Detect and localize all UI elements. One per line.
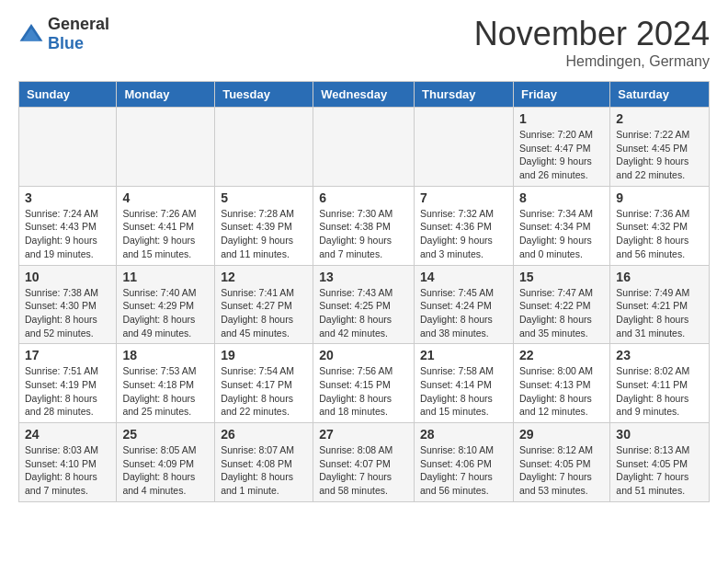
day-number: 9 (616, 190, 703, 205)
logo: General Blue (18, 15, 109, 53)
day-cell: 25Sunrise: 8:05 AM Sunset: 4:09 PM Dayli… (117, 423, 215, 502)
day-cell: 19Sunrise: 7:54 AM Sunset: 4:17 PM Dayli… (215, 344, 313, 423)
day-info: Sunrise: 7:38 AM Sunset: 4:30 PM Dayligh… (25, 286, 110, 340)
day-cell: 18Sunrise: 7:53 AM Sunset: 4:18 PM Dayli… (117, 344, 215, 423)
col-friday: Friday (513, 82, 609, 108)
day-info: Sunrise: 7:36 AM Sunset: 4:32 PM Dayligh… (616, 207, 703, 261)
header: General Blue November 2024 Hemdingen, Ge… (18, 15, 710, 70)
day-cell: 29Sunrise: 8:12 AM Sunset: 4:05 PM Dayli… (513, 423, 609, 502)
day-cell: 6Sunrise: 7:30 AM Sunset: 4:38 PM Daylig… (313, 186, 415, 265)
day-cell: 2Sunrise: 7:22 AM Sunset: 4:45 PM Daylig… (610, 108, 710, 187)
day-number: 24 (25, 427, 110, 442)
day-number: 4 (122, 190, 209, 205)
day-info: Sunrise: 7:56 AM Sunset: 4:15 PM Dayligh… (319, 364, 408, 419)
day-cell: 16Sunrise: 7:49 AM Sunset: 4:21 PM Dayli… (610, 265, 710, 344)
day-number: 27 (319, 427, 408, 442)
day-cell: 23Sunrise: 8:02 AM Sunset: 4:11 PM Dayli… (610, 344, 710, 423)
day-number: 21 (420, 348, 507, 362)
day-info: Sunrise: 7:49 AM Sunset: 4:21 PM Dayligh… (616, 286, 703, 340)
day-number: 23 (616, 348, 703, 362)
day-number: 19 (221, 348, 307, 362)
day-cell: 10Sunrise: 7:38 AM Sunset: 4:30 PM Dayli… (19, 265, 117, 344)
day-info: Sunrise: 7:41 AM Sunset: 4:27 PM Dayligh… (221, 286, 307, 340)
day-number: 2 (616, 111, 703, 126)
day-number: 26 (221, 427, 307, 442)
day-cell: 5Sunrise: 7:28 AM Sunset: 4:39 PM Daylig… (215, 186, 313, 265)
day-number: 12 (221, 270, 307, 284)
day-info: Sunrise: 7:40 AM Sunset: 4:29 PM Dayligh… (122, 286, 209, 340)
day-info: Sunrise: 8:05 AM Sunset: 4:09 PM Dayligh… (122, 443, 209, 498)
day-cell: 13Sunrise: 7:43 AM Sunset: 4:25 PM Dayli… (313, 265, 415, 344)
day-number: 15 (519, 270, 604, 284)
day-cell: 26Sunrise: 8:07 AM Sunset: 4:08 PM Dayli… (215, 423, 313, 502)
day-cell: 20Sunrise: 7:56 AM Sunset: 4:15 PM Dayli… (313, 344, 415, 423)
day-number: 13 (319, 270, 408, 284)
day-info: Sunrise: 7:22 AM Sunset: 4:45 PM Dayligh… (616, 128, 703, 182)
logo-icon (18, 21, 44, 47)
day-cell: 27Sunrise: 8:08 AM Sunset: 4:07 PM Dayli… (313, 423, 415, 502)
day-cell: 1Sunrise: 7:20 AM Sunset: 4:47 PM Daylig… (513, 108, 609, 187)
day-info: Sunrise: 7:43 AM Sunset: 4:25 PM Dayligh… (319, 286, 408, 340)
day-cell: 24Sunrise: 8:03 AM Sunset: 4:10 PM Dayli… (19, 423, 117, 502)
day-cell: 22Sunrise: 8:00 AM Sunset: 4:13 PM Dayli… (513, 344, 609, 423)
calendar-table: Sunday Monday Tuesday Wednesday Thursday… (18, 81, 710, 502)
day-number: 6 (319, 190, 408, 205)
day-cell: 14Sunrise: 7:45 AM Sunset: 4:24 PM Dayli… (415, 265, 514, 344)
day-info: Sunrise: 7:51 AM Sunset: 4:19 PM Dayligh… (25, 364, 110, 419)
day-info: Sunrise: 8:02 AM Sunset: 4:11 PM Dayligh… (616, 364, 703, 419)
day-cell: 17Sunrise: 7:51 AM Sunset: 4:19 PM Dayli… (19, 344, 117, 423)
day-info: Sunrise: 7:28 AM Sunset: 4:39 PM Dayligh… (221, 207, 307, 261)
day-info: Sunrise: 7:20 AM Sunset: 4:47 PM Dayligh… (519, 128, 604, 182)
day-number: 7 (420, 190, 507, 205)
day-cell (19, 108, 117, 187)
col-thursday: Thursday (415, 82, 514, 108)
col-monday: Monday (117, 82, 215, 108)
calendar-header: Sunday Monday Tuesday Wednesday Thursday… (19, 82, 710, 108)
day-cell (117, 108, 215, 187)
logo-blue: Blue (48, 34, 84, 52)
day-info: Sunrise: 8:13 AM Sunset: 4:05 PM Dayligh… (616, 443, 703, 498)
day-number: 29 (519, 427, 604, 442)
day-number: 11 (122, 270, 209, 284)
day-number: 1 (519, 111, 604, 126)
day-number: 3 (25, 190, 110, 205)
day-number: 8 (519, 190, 604, 205)
day-number: 25 (122, 427, 209, 442)
day-number: 30 (616, 427, 703, 442)
day-info: Sunrise: 7:32 AM Sunset: 4:36 PM Dayligh… (420, 207, 507, 261)
day-cell: 7Sunrise: 7:32 AM Sunset: 4:36 PM Daylig… (415, 186, 514, 265)
day-info: Sunrise: 8:08 AM Sunset: 4:07 PM Dayligh… (319, 443, 408, 498)
day-info: Sunrise: 7:30 AM Sunset: 4:38 PM Dayligh… (319, 207, 408, 261)
day-cell: 9Sunrise: 7:36 AM Sunset: 4:32 PM Daylig… (610, 186, 710, 265)
day-info: Sunrise: 7:45 AM Sunset: 4:24 PM Dayligh… (420, 286, 507, 340)
week-row-5: 24Sunrise: 8:03 AM Sunset: 4:10 PM Dayli… (19, 423, 710, 502)
col-tuesday: Tuesday (215, 82, 313, 108)
day-number: 14 (420, 270, 507, 284)
day-cell: 21Sunrise: 7:58 AM Sunset: 4:14 PM Dayli… (415, 344, 514, 423)
day-cell: 12Sunrise: 7:41 AM Sunset: 4:27 PM Dayli… (215, 265, 313, 344)
day-number: 18 (122, 348, 209, 362)
day-number: 17 (25, 348, 110, 362)
week-row-2: 3Sunrise: 7:24 AM Sunset: 4:43 PM Daylig… (19, 186, 710, 265)
day-cell (215, 108, 313, 187)
logo-general: General (48, 15, 109, 33)
day-info: Sunrise: 7:58 AM Sunset: 4:14 PM Dayligh… (420, 364, 507, 419)
day-info: Sunrise: 8:12 AM Sunset: 4:05 PM Dayligh… (519, 443, 604, 498)
day-cell: 11Sunrise: 7:40 AM Sunset: 4:29 PM Dayli… (117, 265, 215, 344)
day-number: 28 (420, 427, 507, 442)
day-number: 16 (616, 270, 703, 284)
day-info: Sunrise: 7:53 AM Sunset: 4:18 PM Dayligh… (122, 364, 209, 419)
col-saturday: Saturday (610, 82, 710, 108)
week-row-3: 10Sunrise: 7:38 AM Sunset: 4:30 PM Dayli… (19, 265, 710, 344)
col-wednesday: Wednesday (313, 82, 415, 108)
page: General Blue November 2024 Hemdingen, Ge… (0, 0, 728, 517)
day-info: Sunrise: 8:03 AM Sunset: 4:10 PM Dayligh… (25, 443, 110, 498)
location: Hemdingen, Germany (474, 53, 710, 70)
logo-text: General Blue (48, 15, 109, 53)
day-info: Sunrise: 7:34 AM Sunset: 4:34 PM Dayligh… (519, 207, 604, 261)
title-block: November 2024 Hemdingen, Germany (474, 15, 710, 70)
month-title: November 2024 (474, 15, 710, 53)
week-row-1: 1Sunrise: 7:20 AM Sunset: 4:47 PM Daylig… (19, 108, 710, 187)
day-cell: 28Sunrise: 8:10 AM Sunset: 4:06 PM Dayli… (415, 423, 514, 502)
day-cell: 30Sunrise: 8:13 AM Sunset: 4:05 PM Dayli… (610, 423, 710, 502)
